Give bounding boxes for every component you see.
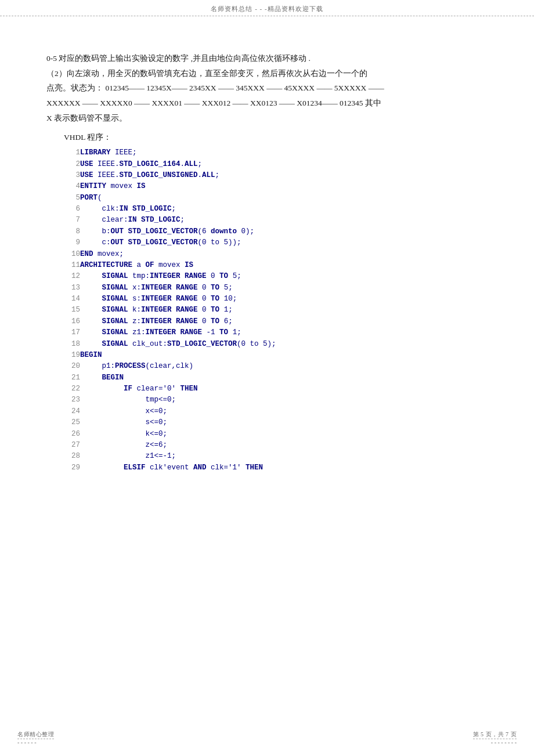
line-number: 5 — [64, 193, 80, 204]
code-line: 14 SIGNAL s:INTEGER RANGE 0 TO 10; — [64, 294, 276, 305]
footer-left-line1: 名师精心整理 — [17, 730, 54, 739]
line-number: 23 — [64, 395, 80, 406]
intro-line4: XXXXXX —— XXXXX0 —— XXXX01 —— XXX012 —— … — [46, 96, 488, 111]
line-content: ARCHITECTURE a OF movex IS — [80, 260, 276, 271]
intro-line5: X 表示数码管不显示。 — [46, 111, 488, 126]
footer-left-line2: - - - - - - — [17, 739, 36, 746]
code-line: 25 s<=0; — [64, 417, 276, 428]
code-line: 29 ELSIF clk'event AND clk='1' THEN — [64, 462, 276, 473]
page-header: 名师资料总结 - - -精品资料欢迎下载 — [0, 0, 534, 16]
line-number: 17 — [64, 327, 80, 338]
line-content: SIGNAL z:INTEGER RANGE 0 TO 6; — [80, 316, 276, 327]
code-line: 11ARCHITECTURE a OF movex IS — [64, 260, 276, 271]
code-line: 4ENTITY movex IS — [64, 181, 276, 192]
line-number: 9 — [64, 237, 80, 248]
line-number: 6 — [64, 204, 80, 215]
code-line: 9 c:OUT STD_LOGIC_VECTOR(0 to 5)); — [64, 237, 276, 248]
code-line: 7 clear:IN STD_LOGIC; — [64, 215, 276, 226]
code-line: 26 k<=0; — [64, 429, 276, 440]
code-line: 21 BEGIN — [64, 372, 276, 384]
vhdl-label: VHDL 程序： — [46, 132, 488, 143]
code-line: 23 tmp<=0; — [64, 395, 276, 406]
line-number: 29 — [64, 462, 80, 473]
line-content: b:OUT STD_LOGIC_VECTOR(6 downto 0); — [80, 226, 276, 237]
line-number: 16 — [64, 316, 80, 327]
line-content: SIGNAL k:INTEGER RANGE 0 TO 1; — [80, 305, 276, 316]
code-line: 13 SIGNAL x:INTEGER RANGE 0 TO 5; — [64, 283, 276, 294]
code-block: 1LIBRARY IEEE;2USE IEEE.STD_LOGIC_1164.A… — [64, 147, 488, 473]
line-content: k<=0; — [80, 429, 276, 440]
footer-right: 第 5 页，共 7 页 - - - - - - - - — [473, 730, 517, 746]
line-number: 18 — [64, 339, 80, 350]
code-line: 6 clk:IN STD_LOGIC; — [64, 204, 276, 215]
line-number: 15 — [64, 305, 80, 316]
line-content: SIGNAL tmp:INTEGER RANGE 0 TO 5; — [80, 271, 276, 282]
line-number: 4 — [64, 181, 80, 192]
code-line: 3USE IEEE.STD_LOGIC_UNSIGNED.ALL; — [64, 170, 276, 181]
code-line: 5PORT( — [64, 193, 276, 204]
line-number: 12 — [64, 271, 80, 282]
line-content: p1:PROCESS(clear,clk) — [80, 361, 276, 372]
code-line: 24 x<=0; — [64, 406, 276, 417]
line-content: BEGIN — [80, 372, 276, 384]
line-content: BEGIN — [80, 350, 276, 361]
line-number: 19 — [64, 350, 80, 361]
code-line: 15 SIGNAL k:INTEGER RANGE 0 TO 1; — [64, 305, 276, 316]
code-line: 16 SIGNAL z:INTEGER RANGE 0 TO 6; — [64, 316, 276, 327]
line-number: 25 — [64, 417, 80, 428]
line-content: tmp<=0; — [80, 395, 276, 406]
line-content: SIGNAL s:INTEGER RANGE 0 TO 10; — [80, 294, 276, 305]
line-number: 21 — [64, 372, 80, 384]
line-content: z1<=-1; — [80, 451, 276, 462]
code-line: 27 z<=6; — [64, 440, 276, 451]
header-text: 名师资料总结 - - -精品资料欢迎下载 — [211, 5, 323, 12]
intro-line2: （2）向左滚动，用全灭的数码管填充右边，直至全部变灭，然后再依次从右边一个一个的 — [46, 66, 488, 81]
intro-block: 0-5 对应的数码管上输出实验设定的数字 ,并且由地位向高位依次循环移动 . （… — [46, 51, 488, 125]
line-number: 14 — [64, 294, 80, 305]
line-content: clear:IN STD_LOGIC; — [80, 215, 276, 226]
intro-line1: 0-5 对应的数码管上输出实验设定的数字 ,并且由地位向高位依次循环移动 . — [46, 51, 488, 66]
code-line: 17 SIGNAL z1:INTEGER RANGE -1 TO 1; — [64, 327, 276, 338]
line-number: 24 — [64, 406, 80, 417]
code-line: 1LIBRARY IEEE; — [64, 147, 276, 158]
line-number: 3 — [64, 170, 80, 181]
line-content: LIBRARY IEEE; — [80, 147, 276, 158]
line-number: 7 — [64, 215, 80, 226]
code-line: 28 z1<=-1; — [64, 451, 276, 462]
line-content: z<=6; — [80, 440, 276, 451]
line-number: 10 — [64, 249, 80, 260]
line-content: c:OUT STD_LOGIC_VECTOR(0 to 5)); — [80, 237, 276, 248]
footer-left: 名师精心整理 - - - - - - — [17, 730, 54, 746]
line-content: PORT( — [80, 193, 276, 204]
line-number: 27 — [64, 440, 80, 451]
line-content: s<=0; — [80, 417, 276, 428]
line-content: x<=0; — [80, 406, 276, 417]
footer-right-line1: 第 5 页，共 7 页 — [473, 730, 517, 739]
code-line: 12 SIGNAL tmp:INTEGER RANGE 0 TO 5; — [64, 271, 276, 282]
footer-right-line2: - - - - - - - - — [491, 739, 517, 746]
line-content: ELSIF clk'event AND clk='1' THEN — [80, 462, 276, 473]
code-table: 1LIBRARY IEEE;2USE IEEE.STD_LOGIC_1164.A… — [64, 147, 276, 473]
code-line: 2USE IEEE.STD_LOGIC_1164.ALL; — [64, 159, 276, 170]
line-number: 26 — [64, 429, 80, 440]
line-number: 28 — [64, 451, 80, 462]
line-number: 20 — [64, 361, 80, 372]
line-number: 13 — [64, 283, 80, 294]
line-content: SIGNAL z1:INTEGER RANGE -1 TO 1; — [80, 327, 276, 338]
code-line: 20 p1:PROCESS(clear,clk) — [64, 361, 276, 372]
line-number: 1 — [64, 147, 80, 158]
line-content: SIGNAL x:INTEGER RANGE 0 TO 5; — [80, 283, 276, 294]
line-content: USE IEEE.STD_LOGIC_UNSIGNED.ALL; — [80, 170, 276, 181]
page-content: 0-5 对应的数码管上输出实验设定的数字 ,并且由地位向高位依次循环移动 . （… — [0, 16, 534, 520]
line-content: IF clear='0' THEN — [80, 384, 276, 395]
line-number: 22 — [64, 384, 80, 395]
line-content: SIGNAL clk_out:STD_LOGIC_VECTOR(0 to 5); — [80, 339, 276, 350]
code-line: 10END movex; — [64, 249, 276, 260]
line-content: ENTITY movex IS — [80, 181, 276, 192]
line-number: 2 — [64, 159, 80, 170]
line-content: clk:IN STD_LOGIC; — [80, 204, 276, 215]
code-line: 19BEGIN — [64, 350, 276, 361]
line-content: END movex; — [80, 249, 276, 260]
code-line: 18 SIGNAL clk_out:STD_LOGIC_VECTOR(0 to … — [64, 339, 276, 350]
page-footer: 名师精心整理 - - - - - - 第 5 页，共 7 页 - - - - -… — [0, 730, 534, 746]
